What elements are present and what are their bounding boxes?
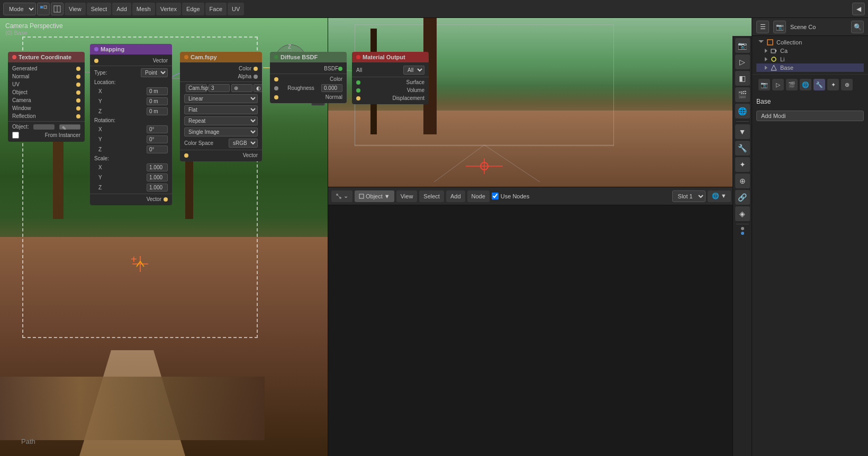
vertex-menu[interactable]: Vertex [156,3,181,15]
node-tc-from-instancer: From Instancer [8,131,85,140]
surface-socket [356,80,360,85]
displacement-socket [356,96,360,101]
normal-socket-out [76,75,80,79]
face-menu[interactable]: Face [205,3,227,15]
camera-socket [76,98,80,103]
diffuse-roughness-value[interactable]: 0.000 [321,84,342,92]
node-tc-uv: UV [8,80,85,88]
node-tc-normal: Normal [8,72,85,80]
mapping-loc-y: Y 0 m [90,96,172,106]
mapping-rot-y-field[interactable]: 0° [147,135,168,143]
camfspy-single-image-select[interactable]: Single Image [184,127,258,136]
camfspy-cam-field: Cam.fspy 3 ⊕ ◐ ✕ [180,83,262,93]
status-dot-2 [741,232,744,235]
camfspy-color-out: Color [180,65,262,72]
diffuse-normal-in: Normal [270,93,347,101]
world-icon[interactable]: 🌐 [735,104,750,118]
edge-menu[interactable]: Edge [182,3,204,15]
object-socket-out [76,90,80,95]
node-mapping[interactable]: Mapping Vector Type: Point [90,44,172,205]
node-tex-coord-body: Generated Normal UV Object [8,62,85,142]
object-props-icon[interactable]: ▼ [735,124,750,139]
node-material-output[interactable]: Material Output All All Surface [352,52,429,104]
mesh-icon-btn-1[interactable] [37,3,50,15]
mesh-menu[interactable]: Mesh [132,3,155,15]
data-icon[interactable]: ◈ [735,206,750,221]
camfspy-num-value[interactable]: 3 [209,84,230,92]
top-toolbar: Mode View Select Add Mesh Vertex Edge Fa… [0,0,868,18]
mapping-scale-y-field[interactable]: 1.000 [147,174,168,181]
matout-surface-in: Surface [352,78,429,86]
diffuse-roughness-socket [274,86,278,90]
camfspy-linear-select[interactable]: Linear [184,94,258,103]
mapping-loc-x: X 0 m [90,86,172,96]
camfspy-cam-value[interactable]: Cam.fspy [186,84,207,92]
modifier-icon[interactable]: 🔧 [735,141,750,156]
mapping-loc-label: Location: [90,78,172,86]
mapping-loc-y-field[interactable]: 0 m [147,97,168,105]
diffuse-roughness-in: Roughness 0.000 [270,83,347,93]
node-matout-header: Material Output [352,52,429,62]
bsdf-socket [338,67,342,71]
camfspy-colorspace-select[interactable]: sRGB [229,139,258,148]
node-matout-body: All All Surface Volume [352,62,429,104]
uv-menu[interactable]: UV [228,3,244,15]
view-layer-icon[interactable]: ◧ [735,71,750,86]
camfspy-flat-select[interactable]: Flat [184,105,258,114]
node-mapping-header: Mapping [90,44,172,54]
mapping-vector-socket-out [164,197,168,202]
side-icons: 📷 ▷ ◧ 🎬 🌐 ▼ 🔧 ✦ ⊕ 🔗 ◈ [733,36,752,456]
uv-socket [76,83,80,87]
right-section: ⌄ Object ▼ View Select Add Node Use Node… [328,18,752,456]
constraint-icon[interactable]: 🔗 [735,190,750,205]
mesh-icon-btn-2[interactable] [51,3,64,15]
physics-icon[interactable]: ⊕ [735,174,750,188]
from-instancer-checkbox[interactable] [12,132,19,139]
node-tc-object: Object [8,88,85,96]
mapping-rot-z: Z 0° [90,144,172,154]
rp-list-icon[interactable]: ☰ [756,21,769,33]
rp-search-icon[interactable]: 🔍 [851,21,864,33]
mapping-rot-x-field[interactable]: 0° [147,125,168,133]
mapping-rot-z-field[interactable]: 0° [147,145,168,153]
node-camfspy-header: Cam.fspy [180,52,262,62]
generated-socket [76,67,80,71]
mapping-scale-y: Y 1.000 [90,172,172,183]
node-texture-coordinate[interactable]: Texture Coordinate Generated Normal UV [8,52,85,142]
particles-icon[interactable]: ✦ [735,157,750,172]
mapping-loc-z-field[interactable]: 0 m [147,107,168,115]
node-tc-camera: Camera [8,96,85,104]
add-menu[interactable]: Add [112,3,131,15]
mapping-scale-z-field[interactable]: 1.000 [147,184,168,191]
scene-icon[interactable]: 🎬 [735,87,750,102]
volume-socket [356,88,360,93]
camfspy-alpha-socket [254,75,258,79]
mapping-loc-x-field[interactable]: 0 m [147,87,168,95]
camfspy-linear-row: Linear [180,93,262,104]
node-camfspy-body: Color Alpha Cam.fspy 3 [180,62,262,161]
output-icon[interactable]: ▷ [735,54,750,69]
mapping-loc-z: Z 0 m [90,106,172,116]
mapping-type-select[interactable]: Point [141,68,168,77]
camfspy-vector-socket [184,153,188,158]
render-icon[interactable]: 📷 [735,38,750,53]
matout-all-select[interactable]: All [403,66,424,75]
camfspy-alpha-out: Alpha [180,72,262,80]
tc-object-picker[interactable]: ✎ [59,124,80,130]
rp-camera-icon[interactable]: 📷 [773,21,786,33]
mapping-scale-x-field[interactable]: 1.000 [147,163,168,171]
view-menu[interactable]: View [65,3,86,15]
svg-rect-1 [44,6,47,8]
matout-displacement-in: Displacement [352,94,429,102]
tc-object-input[interactable] [33,124,55,130]
camfspy-colorspace-row: Color Space sRGB [180,138,262,149]
diffuse-color-socket [274,77,278,81]
toggle-btn[interactable]: ◀ [852,3,865,15]
window-socket [76,106,80,111]
node-camfspy[interactable]: Cam.fspy Color Alpha Cam [180,52,262,161]
mode-select[interactable]: Mode [3,3,36,15]
camfspy-repeat-select[interactable]: Repeat [184,116,258,125]
node-diffuse-bsdf[interactable]: Diffuse BSDF BSDF Color Roughness [270,52,347,103]
rp-scene-label: Scene Co [790,24,816,30]
select-menu[interactable]: Select [87,3,112,15]
